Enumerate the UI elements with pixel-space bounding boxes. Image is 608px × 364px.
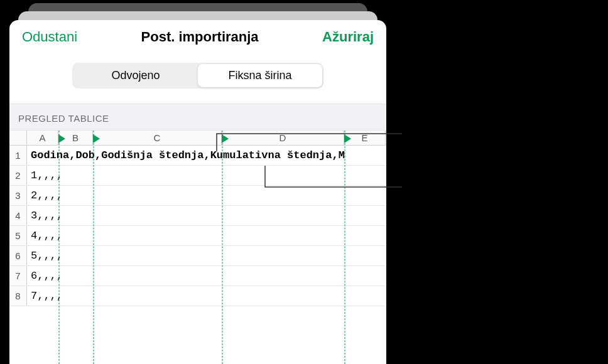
col-header-c[interactable]: C	[93, 131, 222, 145]
column-divider[interactable]	[344, 131, 345, 364]
column-divider[interactable]	[222, 131, 223, 364]
table-row: 1Godina,Dob,Godišnja štednja,Kumulativna…	[9, 146, 386, 166]
row-number: 4	[9, 206, 27, 225]
cancel-button[interactable]: Odustani	[22, 29, 77, 45]
row-content: 2,,,,	[27, 186, 386, 205]
annotation-tap: Dodirnite za dodavanje novog stupca.	[402, 165, 603, 203]
row-content: 3,,,,	[27, 206, 386, 225]
table-preview[interactable]: ABCDE 1Godina,Dob,Godišnja štednja,Kumul…	[9, 131, 386, 364]
import-settings-modal: Odustani Post. importiranja Ažuriraj Odv…	[9, 20, 386, 364]
row-content: 1,,,,	[27, 166, 386, 185]
column-divider[interactable]	[93, 131, 94, 364]
mode-segmented-control[interactable]: Odvojeno Fiksna širina	[72, 63, 323, 88]
column-width-handle-icon[interactable]	[58, 134, 65, 143]
col-header-d[interactable]: D	[222, 131, 344, 145]
table-row: 76,,,,	[9, 266, 386, 286]
row-content: 7,,,,	[27, 286, 386, 306]
table-row: 65,,,,	[9, 246, 386, 266]
row-number: 8	[9, 286, 27, 306]
segment-delimited[interactable]: Odvojeno	[73, 64, 198, 87]
column-divider[interactable]	[58, 131, 60, 364]
table-row: 54,,,,	[9, 226, 386, 246]
segment-fixed-width[interactable]: Fiksna širina	[198, 64, 322, 87]
col-header-a[interactable]: A	[27, 131, 58, 145]
table-row: 87,,,,	[9, 286, 386, 306]
row-number: 2	[9, 166, 27, 185]
row-content: 6,,,,	[27, 266, 386, 286]
row-number: 3	[9, 186, 27, 205]
row-content: 4,,,,	[27, 226, 386, 245]
column-width-handle-icon[interactable]	[222, 134, 229, 143]
table-row: 32,,,,	[9, 186, 386, 206]
row-number: 5	[9, 226, 27, 245]
row-number: 7	[9, 266, 27, 286]
row-content: Godina,Dob,Godišnja štednja,Kumulativna …	[27, 146, 386, 165]
row-number: 6	[9, 246, 27, 265]
row-number: 1	[9, 146, 27, 165]
row-content: 5,,,,	[27, 246, 386, 265]
column-width-handle-icon[interactable]	[93, 134, 100, 143]
column-width-handle-icon[interactable]	[344, 134, 351, 143]
table-row: 43,,,,	[9, 206, 386, 226]
table-row: 21,,,,	[9, 166, 386, 186]
annotation-drag: Povucite za podešenje širine stupca.	[402, 116, 603, 154]
table-preview-label: PREGLED TABLICE	[9, 104, 386, 131]
modal-title: Post. importiranja	[141, 29, 259, 45]
update-button[interactable]: Ažuriraj	[322, 29, 374, 45]
